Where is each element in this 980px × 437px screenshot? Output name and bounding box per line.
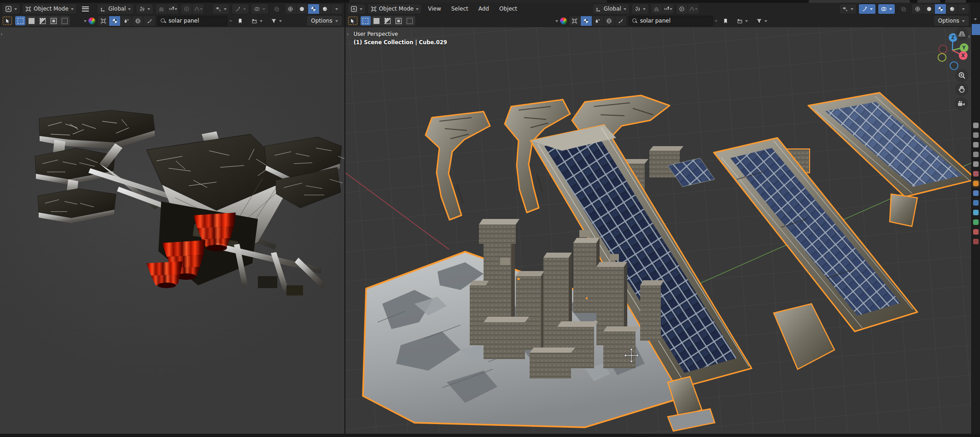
select-mode-invert[interactable] (48, 16, 58, 25)
axis-minus-z-ball[interactable] (950, 61, 958, 70)
object-tab-icon[interactable] (973, 181, 979, 186)
options-button[interactable]: Options (306, 15, 342, 26)
search-input[interactable] (640, 18, 709, 24)
editor-type-button[interactable] (347, 4, 366, 14)
filter-world[interactable] (132, 16, 144, 26)
transform-orientation-button[interactable]: Global (97, 4, 134, 14)
proportional-falloff[interactable] (688, 4, 699, 14)
menu-view[interactable]: View (424, 4, 445, 14)
menu-object[interactable]: Object (495, 4, 521, 14)
menu-select[interactable]: Select (447, 4, 472, 14)
axis-minus-x-ball[interactable] (939, 45, 947, 53)
active-tool-button[interactable] (2, 16, 13, 26)
render-tab-icon[interactable] (973, 132, 979, 138)
collection-button[interactable] (248, 16, 266, 26)
show-gizmo-button[interactable] (858, 4, 876, 14)
shading-wireframe[interactable] (912, 4, 923, 14)
mode-select-button[interactable]: Object Mode (368, 4, 422, 14)
shading-dropdown[interactable] (331, 4, 342, 14)
bookmark-button[interactable] (234, 16, 246, 26)
viewlayer-tab-icon[interactable] (973, 152, 979, 157)
sliver-chevron[interactable] (974, 18, 977, 22)
modifiers-tab-icon[interactable] (973, 190, 979, 196)
snap-settings[interactable] (663, 4, 674, 14)
output-tab-icon[interactable] (973, 142, 979, 148)
search-options-chevron[interactable] (715, 20, 718, 24)
proportional-edit-toggle[interactable] (181, 4, 192, 14)
select-mode-subtract[interactable] (383, 16, 393, 25)
shading-dropdown[interactable] (958, 4, 969, 14)
constraints-tab-icon[interactable] (973, 219, 979, 225)
transform-orientation-button[interactable]: Global (592, 4, 630, 14)
options-button[interactable]: Options (933, 15, 969, 26)
tool-tab-icon[interactable] (973, 123, 979, 128)
shading-solid[interactable] (297, 4, 308, 14)
filter-brush[interactable] (144, 16, 155, 26)
pan-hand-button[interactable] (955, 83, 968, 96)
filter-funnel-button[interactable] (753, 16, 770, 26)
filter-brush[interactable] (615, 16, 626, 26)
snap-toggle[interactable] (651, 4, 663, 14)
editor-type-button[interactable] (2, 4, 20, 14)
scene-tab-icon[interactable] (973, 161, 979, 167)
pivot-point-button[interactable] (631, 4, 649, 14)
show-overlays-button[interactable] (251, 4, 268, 14)
shading-solid[interactable] (923, 4, 935, 14)
filter-solid[interactable] (569, 16, 581, 26)
shading-rendered[interactable] (946, 4, 958, 14)
asset-expand-chevron[interactable] (555, 20, 558, 24)
proportional-falloff[interactable] (192, 4, 204, 14)
mode-select-button[interactable]: Object Mode (22, 4, 77, 14)
select-mode-subtract[interactable] (37, 16, 47, 25)
physics-tab-icon[interactable] (973, 210, 979, 215)
filter-world[interactable] (604, 16, 615, 26)
zoom-button[interactable] (955, 69, 968, 82)
collapsed-menus-button[interactable] (79, 4, 92, 14)
filter-paint[interactable] (121, 16, 132, 26)
select-mode-extend[interactable] (372, 16, 382, 25)
snap-settings[interactable] (167, 4, 178, 14)
snap-toggle[interactable] (156, 4, 167, 14)
axis-x-ball[interactable]: X (959, 51, 968, 60)
camera-view-button[interactable] (955, 97, 968, 111)
shading-material-preview[interactable] (308, 4, 320, 14)
filter-material[interactable] (581, 16, 592, 26)
filter-material[interactable] (109, 16, 121, 26)
particles-tab-icon[interactable] (973, 200, 979, 206)
select-mode-set[interactable] (361, 16, 371, 25)
select-mode-extend[interactable] (26, 16, 36, 25)
shading-wireframe[interactable] (285, 4, 297, 14)
shading-rendered[interactable] (320, 4, 331, 14)
filter-funnel-button[interactable] (268, 16, 285, 26)
select-mode-set[interactable] (15, 16, 25, 25)
xray-toggle[interactable] (897, 4, 910, 14)
menu-add[interactable]: Add (474, 4, 493, 14)
show-gizmo-button[interactable] (232, 4, 249, 14)
axis-minus-y-ball[interactable] (938, 53, 946, 62)
object-visibility-button[interactable] (839, 4, 857, 14)
select-mode-invert[interactable] (394, 16, 404, 25)
filter-paint[interactable] (592, 16, 604, 26)
material-tab-icon[interactable] (973, 239, 979, 244)
bookmark-button[interactable] (719, 16, 732, 26)
pivot-point-button[interactable] (136, 4, 153, 14)
asset-expand-chevron[interactable] (84, 20, 87, 24)
search-options-chevron[interactable] (229, 20, 232, 24)
right-viewport-canvas[interactable]: › User Perspective (1) Scene Collection … (345, 27, 971, 434)
world-tab-icon[interactable] (973, 171, 979, 177)
show-overlays-button[interactable] (878, 4, 895, 14)
material-preview-ball-icon[interactable] (560, 18, 567, 24)
object-visibility-button[interactable] (212, 4, 230, 14)
toggle-ortho-button[interactable] (955, 27, 968, 41)
xray-toggle[interactable] (270, 4, 283, 14)
outliner-selected-row[interactable] (972, 24, 980, 35)
shading-material-preview[interactable] (935, 4, 946, 14)
search-input[interactable] (169, 18, 224, 24)
active-tool-button[interactable] (347, 16, 358, 26)
proportional-edit-toggle[interactable] (677, 4, 688, 14)
select-mode-intersect[interactable] (405, 16, 415, 25)
data-tab-icon[interactable] (973, 229, 979, 235)
select-mode-intersect[interactable] (59, 16, 70, 25)
left-viewport-canvas[interactable]: › (0, 27, 344, 434)
collection-button[interactable] (734, 16, 751, 26)
